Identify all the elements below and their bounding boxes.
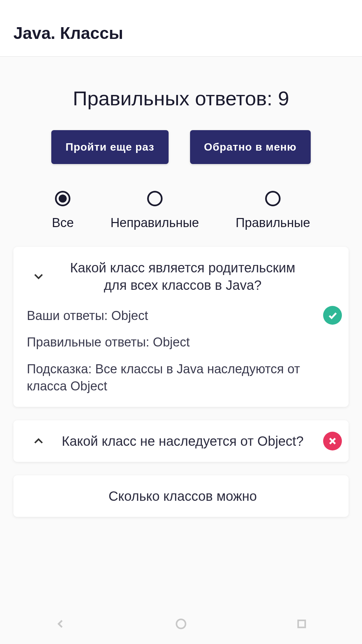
question-header[interactable]: Сколько классов можно <box>20 487 342 505</box>
question-text: Сколько классов можно <box>60 487 332 505</box>
filter-label-all: Все <box>52 216 74 230</box>
filter-row: Все Неправильные Правильные <box>13 191 349 230</box>
question-header[interactable]: Какой класс является родительским для вс… <box>20 259 342 294</box>
nav-recent-icon[interactable] <box>293 615 310 632</box>
correct-answer: Правильные ответы: Object <box>27 334 335 351</box>
app-header: Java. Классы <box>0 0 362 57</box>
action-buttons: Пройти еще раз Обратно в меню <box>13 130 349 164</box>
radio-icon <box>55 191 70 206</box>
your-answer: Ваши ответы: Object <box>27 307 335 324</box>
question-body: Ваши ответы: Object Правильные ответы: O… <box>20 294 342 395</box>
chevron-down-icon <box>30 268 47 285</box>
check-icon <box>323 306 342 325</box>
question-card: Сколько классов можно <box>13 475 349 517</box>
nav-home-icon[interactable] <box>173 615 189 632</box>
score-label: Правильных ответов: 9 <box>13 87 349 110</box>
filter-all[interactable]: Все <box>52 191 74 230</box>
question-card: Какой класс не наследуется от Object? <box>13 420 349 462</box>
radio-icon <box>147 191 163 206</box>
question-card: Какой класс является родительским для вс… <box>13 247 349 407</box>
svg-rect-3 <box>298 621 305 628</box>
main-content: Правильных ответов: 9 Пройти еще раз Обр… <box>0 57 362 544</box>
retry-button[interactable]: Пройти еще раз <box>51 130 168 164</box>
radio-icon <box>265 191 281 206</box>
filter-incorrect[interactable]: Неправильные <box>110 191 199 230</box>
question-text: Какой класс является родительским для вс… <box>60 259 332 294</box>
system-nav-bar <box>0 604 362 644</box>
chevron-up-icon <box>30 433 47 449</box>
filter-label-correct: Правильные <box>236 216 310 230</box>
filter-label-incorrect: Неправильные <box>110 216 199 230</box>
question-header[interactable]: Какой класс не наследуется от Object? <box>20 432 342 450</box>
filter-correct[interactable]: Правильные <box>236 191 310 230</box>
nav-back-icon[interactable] <box>52 615 69 632</box>
page-title: Java. Классы <box>13 23 349 43</box>
back-to-menu-button[interactable]: Обратно в меню <box>190 130 311 164</box>
svg-point-2 <box>177 620 186 629</box>
question-text: Какой класс не наследуется от Object? <box>60 432 332 450</box>
close-icon <box>323 432 342 450</box>
hint-text: Подсказка: Все классы в Java наследуются… <box>27 361 335 395</box>
